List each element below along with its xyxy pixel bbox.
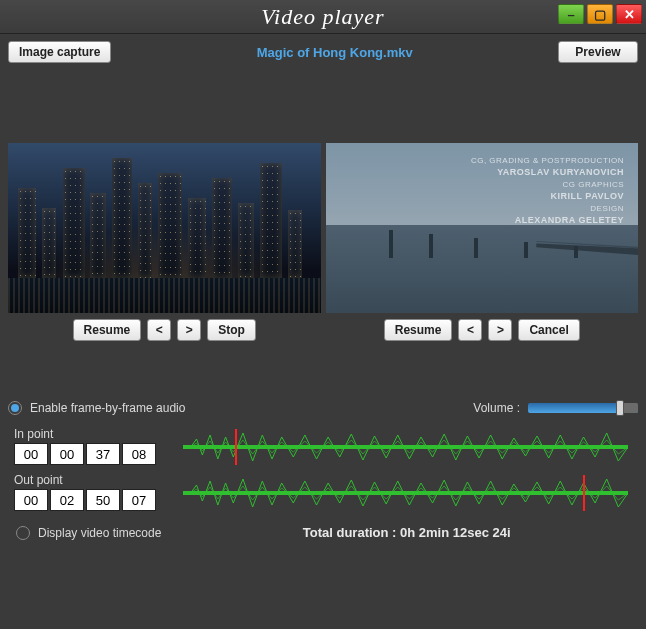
out-point-hours[interactable]	[14, 489, 48, 511]
in-point-marker[interactable]	[235, 429, 237, 465]
out-point-marker[interactable]	[583, 475, 585, 511]
out-point-label: Out point	[14, 473, 167, 487]
out-point-minutes[interactable]	[50, 489, 84, 511]
enable-frame-audio-label: Enable frame-by-frame audio	[30, 401, 185, 415]
radio-dot-icon	[8, 401, 22, 415]
app-title: Video player	[261, 4, 384, 30]
minimize-button[interactable]: –	[558, 4, 584, 24]
out-point-seconds[interactable]	[86, 489, 120, 511]
display-timecode-radio[interactable]: Display video timecode	[16, 526, 161, 540]
maximize-button[interactable]: ▢	[587, 4, 613, 24]
volume-slider[interactable]	[528, 403, 638, 413]
image-capture-button[interactable]: Image capture	[8, 41, 111, 63]
slider-thumb-icon[interactable]	[616, 400, 624, 416]
display-timecode-label: Display video timecode	[38, 526, 161, 540]
in-point-label: In point	[14, 427, 167, 441]
left-next-frame-button[interactable]: >	[177, 319, 201, 341]
filename-label: Magic of Hong Kong.mkv	[257, 45, 413, 60]
total-duration-label: Total duration : 0h 2min 12sec 24i	[175, 525, 638, 540]
credits-overlay: CG, GRADING & POSTPRODUCTION YAROSLAV KU…	[471, 155, 624, 226]
right-next-frame-button[interactable]: >	[488, 319, 512, 341]
in-point-hours[interactable]	[14, 443, 48, 465]
titlebar: Video player – ▢ ✕	[0, 0, 646, 34]
in-point-thumbnail	[8, 143, 321, 313]
waveform-bottom[interactable]	[183, 475, 628, 511]
enable-frame-audio-radio[interactable]: Enable frame-by-frame audio	[8, 401, 185, 415]
waveform-top[interactable]	[183, 429, 628, 465]
in-point-seconds[interactable]	[86, 443, 120, 465]
left-stop-button[interactable]: Stop	[207, 319, 256, 341]
right-cancel-button[interactable]: Cancel	[518, 319, 579, 341]
out-point-frames[interactable]	[122, 489, 156, 511]
in-point-minutes[interactable]	[50, 443, 84, 465]
radio-dot-icon	[16, 526, 30, 540]
right-prev-frame-button[interactable]: <	[458, 319, 482, 341]
left-prev-frame-button[interactable]: <	[147, 319, 171, 341]
out-point-thumbnail: CG, GRADING & POSTPRODUCTION YAROSLAV KU…	[326, 143, 639, 313]
close-button[interactable]: ✕	[616, 4, 642, 24]
preview-button[interactable]: Preview	[558, 41, 638, 63]
in-point-frames[interactable]	[122, 443, 156, 465]
right-resume-button[interactable]: Resume	[384, 319, 453, 341]
left-resume-button[interactable]: Resume	[73, 319, 142, 341]
volume-label: Volume :	[473, 401, 520, 415]
